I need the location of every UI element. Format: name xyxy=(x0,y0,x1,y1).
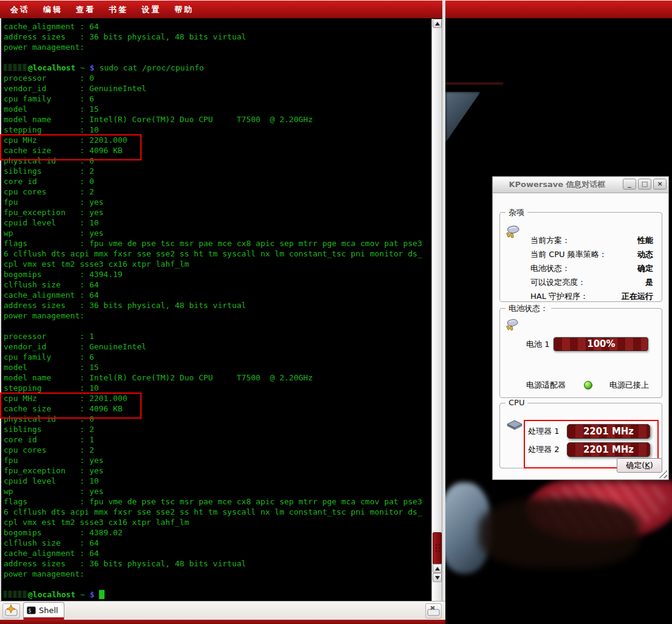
tab-label: Shell xyxy=(39,606,58,615)
ok-label-suffix: ) xyxy=(650,461,653,470)
kpowersave-dialog: KPowersave 信息对话框 _ □ × 杂项 xyxy=(492,176,669,480)
misc-group: 杂项 当前方案： 性能 当前 CPU 频率策略： xyxy=(499,212,662,302)
dialog-titlebar[interactable]: KPowersave 信息对话框 _ □ × xyxy=(493,177,668,193)
menu-item[interactable]: 帮助 xyxy=(168,4,201,15)
menu-item[interactable]: 会话 xyxy=(4,4,36,15)
scrollbar-up-button[interactable] xyxy=(433,19,442,28)
misc-row: HAL 守护程序： 正在运行 xyxy=(500,289,662,303)
misc-row-label: 当前 CPU 频率策略： xyxy=(530,247,607,261)
terminal-window-border-right xyxy=(442,0,445,624)
dialog-content: 杂项 当前方案： 性能 当前 CPU 频率策略： xyxy=(493,193,668,479)
new-tab-icon xyxy=(3,604,19,618)
battery-group-title: 电池状态： xyxy=(506,303,551,314)
adapter-label: 电源适配器 xyxy=(526,380,566,391)
svg-text:$: $ xyxy=(29,608,32,613)
up-arrow-icon xyxy=(435,567,440,571)
menu-item[interactable]: 编辑 xyxy=(36,4,69,15)
misc-row-label: HAL 守护程序： xyxy=(530,289,588,303)
ok-accel-key: K xyxy=(645,461,650,470)
battery-progressbar: 100% xyxy=(554,337,648,351)
terminal-cursor xyxy=(99,590,105,599)
window-button-icon[interactable]: × xyxy=(653,179,667,190)
window-button-icon[interactable]: □ xyxy=(638,179,651,190)
close-tab-button[interactable] xyxy=(425,603,442,619)
terminal-window-bottom-edge xyxy=(0,620,445,624)
terminal-text[interactable]: cache_alignment : 64address sizes : 36 b… xyxy=(1,19,431,601)
battery-row: 电池 1 100% xyxy=(500,337,662,352)
menu-item[interactable]: 设置 xyxy=(135,4,168,15)
ok-label: 确定( xyxy=(626,461,645,470)
redacted-username xyxy=(4,591,28,598)
video-dark-area xyxy=(479,498,640,568)
terminal-tabbar xyxy=(0,601,445,620)
annotation-box-cpu0-mhz-cache xyxy=(0,134,142,160)
misc-row-value: 确定 xyxy=(637,261,653,275)
redacted-username xyxy=(4,64,28,71)
misc-row-value: 正在运行 xyxy=(622,289,653,303)
close-tab-icon xyxy=(426,604,441,618)
scrollbar-thumb[interactable] xyxy=(433,532,442,564)
dialog-window-buttons: _ □ × xyxy=(623,179,667,190)
misc-row-label: 当前方案： xyxy=(530,233,570,247)
video-detail-line xyxy=(445,83,503,84)
terminal-icon: $ xyxy=(27,606,36,615)
menu-item[interactable]: 书签 xyxy=(102,4,135,15)
misc-row-label: 可以设定亮度： xyxy=(530,275,586,289)
terminal-scrollbar[interactable] xyxy=(431,19,442,601)
misc-row: 当前方案： 性能 xyxy=(500,233,662,247)
annotation-box-cpu1-mhz-cache xyxy=(0,393,142,419)
window-button-icon[interactable]: _ xyxy=(623,179,636,190)
misc-row-label: 电池状态： xyxy=(530,261,570,275)
video-frame xyxy=(445,475,672,572)
misc-row: 电池状态： 确定 xyxy=(500,261,662,275)
misc-row: 可以设定亮度： 是 xyxy=(500,275,662,289)
cpu-group-title: CPU xyxy=(506,398,527,407)
misc-group-title: 杂项 xyxy=(506,207,527,218)
misc-row: 当前 CPU 频率策略： 动态 xyxy=(500,247,662,261)
video-detail-wedge xyxy=(445,92,481,143)
ok-button[interactable]: 确定(K) xyxy=(617,458,662,473)
adapter-led-icon xyxy=(584,381,592,389)
battery-group: 电池状态： 电池 1 100% 电源适配器 电源已接上 xyxy=(499,308,662,398)
down-arrow-icon xyxy=(435,576,440,580)
dialog-title: KPowersave 信息对话框 xyxy=(493,177,622,193)
background-window-titlebar xyxy=(445,0,672,18)
misc-rows: 当前方案： 性能 当前 CPU 频率策略： 动态 电池状态： 确定 可 xyxy=(500,233,662,303)
tab-shell[interactable]: $ Shell xyxy=(23,602,64,620)
misc-row-value: 性能 xyxy=(637,233,653,247)
adapter-status: 电源已接上 xyxy=(609,380,649,391)
up-arrow-icon xyxy=(435,22,440,26)
scrollbar-up-button-bottom[interactable] xyxy=(433,564,442,573)
menu-item[interactable]: 查看 xyxy=(69,4,102,15)
adapter-row: 电源适配器 电源已接上 xyxy=(500,379,662,391)
misc-row-value: 是 xyxy=(645,275,653,289)
new-tab-button[interactable] xyxy=(2,603,20,619)
power-plug-icon xyxy=(505,318,519,334)
terminal-menubar: 会话 编辑 查看 书签 设置 帮助 xyxy=(0,0,445,18)
misc-row-value: 动态 xyxy=(637,247,653,261)
scrollbar-down-button[interactable] xyxy=(433,573,442,582)
battery-label: 电池 1 xyxy=(526,339,549,350)
